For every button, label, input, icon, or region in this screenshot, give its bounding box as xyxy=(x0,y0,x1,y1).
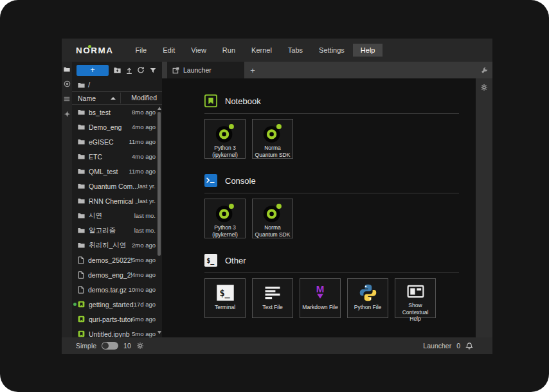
file-modified: 5mo ago xyxy=(132,330,157,337)
file-modified: last yr. xyxy=(138,197,157,204)
menu-help[interactable]: Help xyxy=(353,44,383,57)
section-divider xyxy=(204,113,459,114)
folder-icon xyxy=(78,109,85,115)
card-row: $_TerminalText FileMMarkdown FilePython … xyxy=(204,278,459,318)
file-row[interactable]: bs_test8mo ago xyxy=(72,105,157,120)
scroll-up-icon[interactable] xyxy=(158,107,161,110)
file-row[interactable]: demos_250225...5mo ago xyxy=(72,253,157,267)
logo-dot-icon xyxy=(88,45,91,48)
file-row[interactable]: quri-parts-tutor...6mo ago xyxy=(72,312,157,326)
new-launcher-button[interactable]: + xyxy=(76,65,109,76)
breadcrumb-path: / xyxy=(88,81,90,89)
menu-tabs[interactable]: Tabs xyxy=(280,44,310,57)
menu-edit[interactable]: Edit xyxy=(155,44,183,57)
file-row[interactable]: ETC4mo ago xyxy=(72,149,157,164)
refresh-icon[interactable] xyxy=(135,66,147,74)
launcher-card[interactable]: Norma Quantum SDK xyxy=(252,199,293,238)
menu-file[interactable]: File xyxy=(128,44,155,57)
card-icon-box xyxy=(263,281,282,303)
simple-mode-toggle[interactable] xyxy=(102,342,118,350)
scrollbar-thumb[interactable] xyxy=(158,112,161,256)
folder-icon xyxy=(78,198,85,204)
simple-mode-label: Simple xyxy=(76,342,96,350)
new-folder-icon[interactable] xyxy=(111,66,123,74)
section-header: Console xyxy=(204,174,459,187)
scroll-down-icon[interactable] xyxy=(158,331,161,334)
file-row[interactable]: RNN Chemical ...last yr. xyxy=(72,193,157,208)
folder-icon xyxy=(78,183,85,189)
menu-settings[interactable]: Settings xyxy=(311,44,352,57)
file-list-scrollbar[interactable] xyxy=(158,105,161,337)
tab-label: Launcher xyxy=(183,66,212,74)
settings-gear-icon[interactable] xyxy=(480,84,488,91)
card-icon-box xyxy=(214,202,236,224)
launcher-card[interactable]: Show Contextual Help xyxy=(395,278,436,318)
section-divider xyxy=(204,193,459,193)
file-modified: 17d ago xyxy=(134,301,157,308)
card-label: Text File xyxy=(261,304,284,311)
card-icon-box: $_ xyxy=(215,281,235,303)
running-sessions-icon[interactable] xyxy=(64,80,71,87)
svg-text:$_: $_ xyxy=(219,287,230,298)
card-icon-box: M xyxy=(310,281,330,303)
card-label: Python File xyxy=(353,304,383,311)
file-row[interactable]: eGISEC11mo ago xyxy=(72,134,157,149)
content-area: + / Name Modified xyxy=(62,62,492,337)
menu-run[interactable]: Run xyxy=(215,44,243,57)
launcher-card[interactable]: Python File xyxy=(347,278,388,318)
new-tab-button[interactable]: + xyxy=(244,62,261,78)
file-row[interactable]: 알고리즘last mo. xyxy=(72,223,157,238)
file-row[interactable]: getting_started_...17d ago xyxy=(72,297,157,312)
launcher-section-other: $_Other$_TerminalText FileMMarkdown File… xyxy=(204,254,459,318)
file-row[interactable]: Demo_eng4mo ago xyxy=(72,120,157,134)
file-row[interactable]: 취리히_시연2mo ago xyxy=(72,238,157,253)
breadcrumb[interactable]: / xyxy=(72,78,162,91)
file-name: QML_test xyxy=(89,168,129,175)
card-label: Show Contextual Help xyxy=(395,302,435,323)
folder-icon xyxy=(78,168,85,174)
file-browser-toolbar: + xyxy=(72,62,162,78)
launcher-tab-icon xyxy=(172,67,179,74)
bell-icon[interactable] xyxy=(465,342,473,350)
card-icon-box xyxy=(214,122,236,144)
card-row: Python 3 (ipykernel)Norma Quantum SDK xyxy=(204,199,459,238)
file-row[interactable]: demos_eng_250...4mo ago xyxy=(72,267,157,282)
table-of-contents-icon[interactable] xyxy=(64,96,70,102)
extensions-icon[interactable] xyxy=(64,111,71,118)
file-row[interactable]: 시연last mo. xyxy=(72,208,157,223)
norma-logo: NORMA xyxy=(76,46,114,55)
column-header-name[interactable]: Name xyxy=(72,94,120,102)
card-label: Norma Quantum SDK xyxy=(253,224,292,238)
column-header-modified[interactable]: Modified xyxy=(120,93,162,103)
menu-kernel[interactable]: Kernel xyxy=(244,44,280,57)
file-modified: 11mo ago xyxy=(129,168,157,175)
file-name: demos.tar.gz xyxy=(88,286,129,294)
terminal-section-icon: $_ xyxy=(204,254,217,267)
launcher-card[interactable]: Python 3 (ipykernel) xyxy=(204,119,246,159)
file-browser-icon[interactable] xyxy=(64,67,70,72)
folder-icon xyxy=(78,139,85,145)
file-row[interactable]: QML_test11mo ago xyxy=(72,164,157,179)
status-count: 10 xyxy=(123,342,131,350)
current-activity-label: Launcher xyxy=(423,342,451,350)
launcher-card[interactable]: Python 3 (ipykernel) xyxy=(204,199,246,238)
tab-launcher[interactable]: Launcher xyxy=(167,62,244,78)
launcher-card[interactable]: Norma Quantum SDK xyxy=(252,119,293,159)
menu-view[interactable]: View xyxy=(183,44,214,57)
upload-icon[interactable] xyxy=(123,66,136,75)
file-modified: 10mo ago xyxy=(129,286,157,293)
file-modified: last mo. xyxy=(134,212,157,219)
file-name: ETC xyxy=(89,153,132,161)
launcher-card[interactable]: Text File xyxy=(252,278,293,318)
tab-bar: Launcher + xyxy=(162,62,476,78)
file-row[interactable]: Quantum Com...last yr. xyxy=(72,179,157,193)
launcher-card[interactable]: $_Terminal xyxy=(204,278,246,318)
filter-icon[interactable] xyxy=(147,67,159,74)
section-title: Notebook xyxy=(225,96,261,106)
file-row[interactable]: demos.tar.gz10mo ago xyxy=(72,282,157,297)
notebook-section-icon xyxy=(204,94,217,107)
property-inspector-icon[interactable] xyxy=(481,67,488,74)
launcher-card[interactable]: MMarkdown File xyxy=(300,278,341,318)
file-row[interactable]: Untitled.ipynb5mo ago xyxy=(72,326,157,337)
status-gear-icon[interactable] xyxy=(136,342,144,350)
